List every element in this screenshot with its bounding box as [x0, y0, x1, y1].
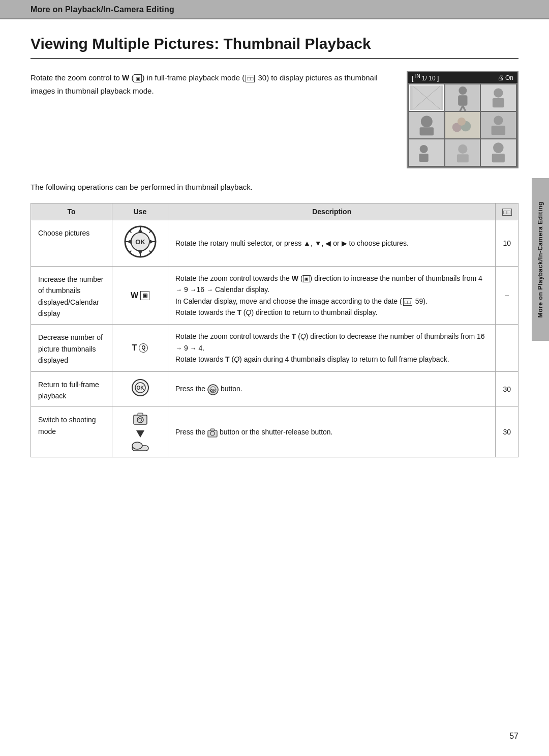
row5-use — [112, 407, 168, 457]
svg-text:OK: OK — [135, 238, 145, 246]
row3-page — [496, 325, 518, 371]
table-row: Increase the number of thumbnails displa… — [31, 266, 518, 325]
svg-rect-13 — [420, 128, 434, 136]
svg-text:OK: OK — [210, 388, 216, 392]
thumb-2 — [445, 84, 480, 111]
svg-point-22 — [420, 145, 428, 153]
page-number: 57 — [509, 732, 518, 741]
svg-marker-42 — [138, 251, 142, 255]
header-use: Use — [112, 203, 168, 220]
svg-marker-41 — [138, 228, 142, 232]
right-sidebar: More on Playback/In-Camera Editing — [532, 178, 549, 341]
svg-rect-26 — [457, 154, 469, 162]
row3-to: Decrease number of picture thumbnails di… — [31, 325, 112, 371]
row2-use: W ▣ — [112, 266, 168, 325]
page-title: Viewing Multiple Pictures: Thumbnail Pla… — [30, 35, 518, 59]
intro-text: Rotate the zoom control to W (▣) in full… — [30, 71, 391, 97]
top-band-title: More on Playback/In-Camera Editing — [30, 5, 174, 14]
row3-use: T Q — [112, 325, 168, 371]
row1-page: 10 — [496, 220, 518, 266]
header-to: To — [31, 203, 112, 220]
thumb-9 — [481, 139, 516, 166]
svg-point-17 — [458, 118, 466, 126]
right-sidebar-text: More on Playback/In-Camera Editing — [537, 201, 544, 317]
svg-point-12 — [421, 116, 433, 128]
row1-desc: Rotate the rotary multi selector, or pre… — [168, 220, 496, 266]
row4-page: 30 — [496, 371, 518, 407]
svg-point-9 — [494, 89, 503, 98]
thumb-8 — [445, 139, 480, 166]
table-row: Decrease number of picture thumbnails di… — [31, 325, 518, 371]
svg-point-25 — [458, 144, 467, 154]
thumb-5 — [445, 112, 480, 138]
header-page: □□ — [496, 203, 518, 220]
intro-section: Rotate the zoom control to W (▣) in full… — [30, 71, 518, 168]
header-description: Description — [168, 203, 496, 220]
operations-table: To Use Description □□ Choose pictures — [30, 203, 518, 458]
row5-desc: Press the button or the shutter-release … — [168, 407, 496, 457]
camera-display-illustration: [ IN 1/ 10 ] 🖨 On — [407, 71, 518, 168]
following-text: The following operations can be performe… — [30, 181, 518, 194]
svg-rect-60 — [210, 429, 215, 431]
row1-use: OK — [112, 220, 168, 266]
svg-rect-10 — [493, 98, 504, 107]
svg-point-19 — [494, 116, 503, 125]
thumb-4 — [409, 112, 444, 138]
svg-rect-29 — [492, 154, 505, 162]
thumb-3 — [481, 84, 516, 111]
svg-marker-43 — [127, 240, 131, 244]
camera-inline-icon — [207, 428, 218, 438]
row5-to: Switch to shooting mode — [31, 407, 112, 457]
main-content: Viewing Multiple Pictures: Thumbnail Pla… — [0, 19, 549, 493]
row4-to: Return to full-frame playback — [31, 371, 112, 407]
svg-point-28 — [493, 143, 504, 154]
camera-shutter-icons — [119, 412, 161, 452]
svg-point-57 — [132, 442, 142, 449]
shutter-release-icon — [131, 442, 149, 452]
svg-rect-5 — [458, 95, 467, 106]
svg-text:OK: OK — [136, 385, 144, 391]
thumb-1 — [409, 84, 444, 111]
ok-button-icon: OK — [131, 379, 149, 397]
table-row: Choose pictures — [31, 220, 518, 266]
row3-desc: Rotate the zoom control towards the T (Q… — [168, 325, 496, 371]
svg-rect-53 — [138, 413, 143, 416]
thumb-7 — [409, 139, 444, 166]
row2-desc: Rotate the zoom control towards the W (▣… — [168, 266, 496, 325]
camera-icon — [133, 412, 148, 425]
thumb-6 — [481, 112, 516, 138]
row4-desc: Press the OK button. — [168, 371, 496, 407]
svg-rect-20 — [492, 126, 505, 135]
ok-dial-icon: OK — [124, 225, 157, 258]
table-row: Switch to shooting mode — [31, 407, 518, 457]
svg-rect-23 — [419, 154, 428, 162]
row2-page: – — [496, 266, 518, 325]
page: More on Playback/In-Camera Editing Viewi… — [0, 0, 549, 756]
row5-page: 30 — [496, 407, 518, 457]
down-arrow-icon — [134, 428, 146, 439]
svg-marker-44 — [150, 240, 154, 244]
t-zoom-icon: T Q — [132, 341, 148, 355]
ok-inline-icon: OK — [207, 384, 219, 395]
svg-marker-55 — [136, 430, 144, 438]
table-row: Return to full-frame playback OK Press t… — [31, 371, 518, 407]
row2-to: Increase the number of thumbnails displa… — [31, 266, 112, 325]
row4-use: OK — [112, 371, 168, 407]
top-band: More on Playback/In-Camera Editing — [0, 0, 549, 19]
row1-to: Choose pictures — [31, 220, 112, 266]
w-zoom-icon: W ▣ — [131, 289, 149, 302]
svg-point-4 — [459, 86, 467, 95]
